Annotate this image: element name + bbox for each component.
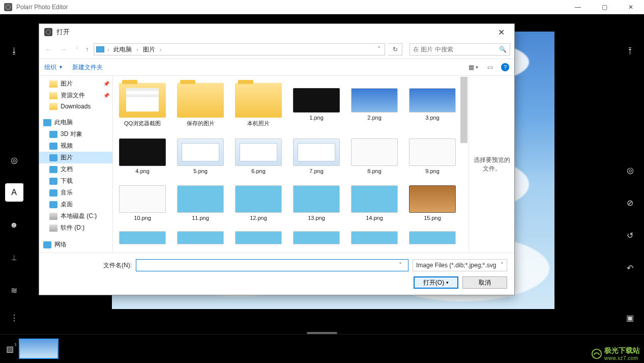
maximize-button[interactable]: ▢ — [595, 4, 613, 11]
tree-item[interactable]: 3D 对象 — [39, 128, 112, 140]
file-grid[interactable]: QQ浏览器截图保存的图片本机照片1.png2.png3.png4.png5.pn… — [113, 76, 469, 253]
tree-item[interactable]: 此电脑 — [39, 117, 112, 128]
file-item[interactable]: 9.png — [408, 133, 457, 176]
net-icon — [43, 241, 51, 248]
file-type-filter[interactable]: Image Files (*.dib;*.jpeg;*.svg ˅ — [413, 259, 507, 271]
undo-icon[interactable]: ↶ — [621, 259, 639, 277]
filmstrip-icon[interactable]: ▧ — [6, 344, 14, 354]
svg-point-0 — [592, 349, 601, 358]
filename-input[interactable]: ˅ — [136, 259, 408, 271]
export-icon[interactable]: ⭱ — [621, 42, 639, 60]
tree-item[interactable]: 软件 (D:) — [39, 222, 112, 234]
preview-pane-toggle[interactable]: ▭ — [485, 62, 495, 72]
nav-back-button[interactable]: ← — [43, 45, 53, 54]
folder-icon — [49, 92, 57, 99]
file-item[interactable]: 8.png — [350, 133, 399, 176]
tree-item[interactable]: 视频 — [39, 140, 112, 152]
breadcrumb-root[interactable]: 此电脑 — [112, 45, 133, 54]
file-item[interactable] — [408, 227, 457, 248]
file-item[interactable]: 14.png — [350, 180, 399, 223]
drive-icon — [49, 213, 57, 220]
file-name: 15.png — [410, 215, 455, 221]
tree-item[interactable]: 图片📌 — [39, 78, 112, 90]
nav-up-button[interactable]: ↑ — [83, 46, 91, 53]
file-thumbnail — [351, 185, 398, 213]
compare-icon[interactable]: ▣ — [621, 309, 639, 327]
tree-item[interactable]: 本地磁盘 (C:) — [39, 210, 112, 222]
scrollbar-thumb[interactable] — [460, 77, 467, 143]
dialog-icon — [44, 28, 52, 36]
file-item[interactable]: 13.png — [292, 180, 341, 223]
pin-icon: 📌 — [103, 93, 109, 98]
cancel-button[interactable]: 取消 — [462, 276, 507, 289]
nav-recent-button[interactable]: ˅ — [74, 46, 80, 53]
minimize-button[interactable]: — — [569, 4, 587, 11]
new-folder-button[interactable]: 新建文件夹 — [72, 63, 103, 72]
import-icon[interactable]: ⭳ — [5, 42, 23, 60]
file-item[interactable]: 1.png — [292, 81, 341, 129]
filmstrip: ▧ — [0, 334, 644, 363]
more-icon[interactable]: ⋮ — [5, 309, 23, 327]
file-name: 保存的图片 — [178, 120, 223, 127]
file-item[interactable]: 10.png — [118, 180, 167, 223]
layers-icon[interactable]: ≋ — [5, 281, 23, 299]
file-item[interactable] — [292, 227, 341, 248]
file-item[interactable]: 2.png — [350, 81, 399, 129]
adjust-icon[interactable]: ◎ — [5, 151, 23, 169]
file-name: 1.png — [294, 115, 339, 121]
file-item[interactable]: 7.png — [292, 133, 341, 176]
file-name: 13.png — [294, 215, 339, 221]
file-item[interactable]: 保存的图片 — [176, 81, 225, 129]
history-icon[interactable]: ↺ — [621, 226, 639, 244]
denoise-icon[interactable]: ⊘ — [621, 193, 639, 212]
spiral-icon[interactable]: ◎ — [621, 161, 639, 179]
dialog-close-button[interactable]: ✕ — [493, 27, 509, 37]
close-button[interactable]: ✕ — [622, 4, 640, 11]
open-button[interactable]: 打开(O)▾ — [414, 276, 458, 289]
file-item[interactable]: 3.png — [408, 81, 457, 129]
tree-item[interactable]: 资源文件📌 — [39, 90, 112, 101]
file-item[interactable]: 本机照片 — [234, 81, 283, 129]
tree-item[interactable]: 网络 — [39, 239, 112, 250]
file-thumbnail — [351, 138, 398, 166]
file-item[interactable]: 6.png — [234, 133, 283, 176]
help-button[interactable]: ? — [501, 63, 509, 71]
blue-icon — [49, 201, 57, 208]
file-item[interactable] — [350, 227, 399, 248]
tree-item[interactable]: 下载 — [39, 175, 112, 187]
crop-icon[interactable]: ⟂ — [5, 248, 23, 267]
tree-item[interactable]: Downloads — [39, 101, 112, 111]
file-item[interactable]: 15.png — [408, 180, 457, 223]
organize-menu[interactable]: 组织 ▼ — [44, 63, 63, 72]
search-input[interactable]: 在 图片 中搜索 🔍 — [409, 43, 510, 55]
tree-item[interactable]: 桌面 — [39, 199, 112, 210]
file-name: 10.png — [120, 215, 165, 221]
file-item[interactable]: QQ浏览器截图 — [118, 81, 167, 129]
file-name: 11.png — [178, 215, 223, 221]
pictures-icon — [96, 46, 104, 52]
tree-item[interactable]: 文档 — [39, 163, 112, 175]
folder-tree[interactable]: 图片📌资源文件📌Downloads此电脑3D 对象视频图片文档下载音乐桌面本地磁… — [39, 76, 113, 253]
address-dropdown-icon[interactable]: ˅ — [375, 46, 383, 53]
filmstrip-thumbnail[interactable] — [19, 339, 58, 359]
text-icon[interactable]: A — [5, 183, 23, 202]
file-item[interactable]: 5.png — [176, 133, 225, 176]
file-name: 14.png — [352, 215, 397, 221]
tree-item[interactable]: 音乐 — [39, 187, 112, 199]
tree-item[interactable]: 图片 — [39, 152, 112, 163]
file-item[interactable]: 4.png — [118, 133, 167, 176]
address-bar[interactable]: › 此电脑 › 图片 › ˅ — [94, 43, 385, 55]
tree-item-label: Downloads — [61, 103, 91, 110]
face-icon[interactable]: ☻ — [5, 216, 23, 234]
breadcrumb-folder[interactable]: 图片 — [141, 45, 157, 54]
file-item[interactable]: 11.png — [176, 180, 225, 223]
file-item[interactable] — [118, 227, 167, 248]
nav-forward-button[interactable]: → — [58, 45, 69, 54]
tree-item-label: 音乐 — [61, 188, 73, 197]
filename-dropdown-icon[interactable]: ˅ — [396, 262, 405, 269]
file-item[interactable]: 12.png — [234, 180, 283, 223]
file-item[interactable] — [176, 227, 225, 248]
refresh-button[interactable]: ↻ — [388, 43, 402, 55]
file-item[interactable] — [234, 227, 283, 248]
view-mode-button[interactable]: ▦▼ — [469, 62, 479, 72]
